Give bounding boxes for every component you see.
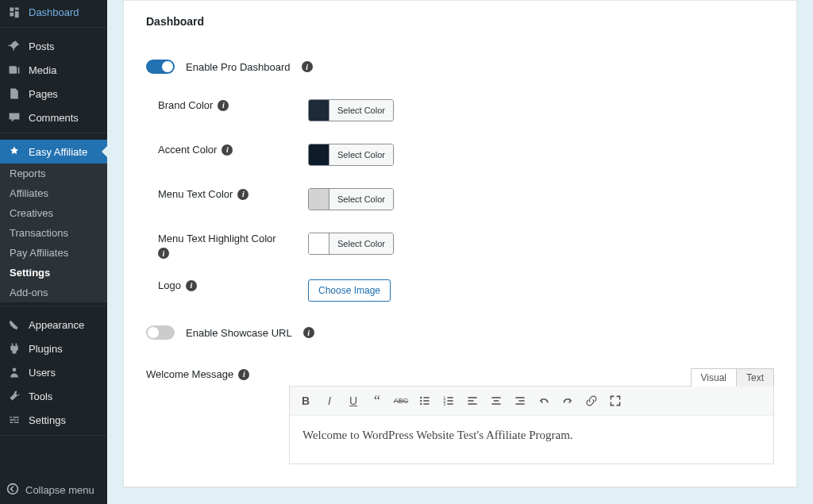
brand-color-label: Brand Color [158, 99, 213, 111]
page-heading: Dashboard [146, 1, 774, 37]
select-color-button[interactable]: Select Color [329, 144, 393, 165]
row-menu-highlight-color: Menu Text Highlight Color i Select Color [146, 212, 774, 259]
row-enable-pro: Enable Pro Dashboard i [146, 37, 774, 79]
submenu-affiliates[interactable]: Affiliates [0, 183, 107, 203]
menu-dashboard[interactable]: Dashboard [0, 0, 107, 24]
redo-button[interactable] [557, 390, 579, 412]
brand-color-swatch [309, 100, 329, 121]
underline-button[interactable]: U [342, 390, 364, 412]
accent-color-label: Accent Color [158, 144, 217, 156]
welcome-label: Welcome Message [146, 368, 233, 380]
info-icon[interactable]: i [303, 327, 314, 338]
svg-rect-7 [423, 403, 429, 405]
menu-plugins[interactable]: Plugins [0, 337, 107, 360]
olist-button[interactable]: 123 [437, 390, 460, 412]
submenu-transactions[interactable]: Transactions [0, 223, 107, 243]
link-button[interactable] [580, 390, 603, 412]
info-icon[interactable]: i [158, 248, 169, 259]
toggle-enable-pro[interactable] [146, 60, 175, 74]
enable-showcase-label: Enable Showcase URL [186, 327, 292, 339]
collapse-menu[interactable]: Collapse menu [0, 476, 107, 504]
svg-rect-11 [447, 400, 453, 402]
brand-color-picker[interactable]: Select Color [308, 99, 394, 121]
submenu-creatives[interactable]: Creatives [0, 203, 107, 223]
menu-text-color-label: Menu Text Color [158, 188, 233, 200]
svg-rect-17 [491, 397, 500, 398]
submenu-pay-affiliates[interactable]: Pay Affiliates [0, 243, 107, 263]
svg-point-0 [13, 367, 17, 371]
menu-label: Media [29, 64, 56, 76]
accent-color-picker[interactable]: Select Color [308, 144, 394, 166]
menu-highlight-swatch [309, 233, 329, 254]
svg-rect-18 [494, 400, 499, 402]
plugin-icon [6, 145, 22, 158]
align-center-button[interactable] [485, 390, 507, 412]
svg-rect-15 [468, 400, 473, 402]
menu-label: Pages [29, 88, 58, 100]
menu-posts[interactable]: Posts [0, 34, 107, 58]
menu-label: Settings [29, 414, 66, 426]
menu-settings[interactable]: Settings [0, 408, 107, 432]
toggle-enable-showcase[interactable] [146, 325, 175, 340]
dashboard-icon [6, 6, 22, 18]
submenu-settings[interactable]: Settings [0, 263, 107, 283]
settings-icon [6, 414, 22, 426]
pin-icon [6, 40, 22, 52]
menu-media[interactable]: Media [0, 58, 107, 82]
align-right-button[interactable] [509, 390, 531, 412]
editor-textarea[interactable]: Welcome to WordPress Website Test's Affi… [290, 416, 773, 464]
quote-button[interactable]: “ [366, 390, 388, 412]
row-logo: Logo i Choose Image [146, 259, 774, 302]
svg-rect-19 [491, 403, 500, 405]
row-accent-color: Accent Color i Select Color [146, 123, 774, 167]
info-icon[interactable]: i [218, 100, 229, 111]
info-icon[interactable]: i [238, 369, 249, 380]
italic-button[interactable]: I [318, 390, 341, 412]
plugins-icon [6, 342, 22, 355]
menu-highlight-label: Menu Text Highlight Color [158, 233, 276, 244]
fullscreen-button[interactable] [604, 390, 626, 412]
settings-panel: Dashboard Enable Pro Dashboard i Brand C… [123, 0, 797, 487]
select-color-button[interactable]: Select Color [329, 189, 393, 210]
menu-label: Appearance [29, 319, 84, 331]
info-icon[interactable]: i [237, 189, 249, 200]
menu-label: Posts [29, 40, 55, 52]
tab-visual[interactable]: Visual [691, 368, 737, 387]
submenu-addons[interactable]: Add-ons [0, 283, 107, 302]
menu-tools[interactable]: Tools [0, 384, 107, 408]
info-icon[interactable]: i [222, 144, 233, 156]
undo-button[interactable] [533, 390, 555, 412]
menu-users[interactable]: Users [0, 360, 107, 384]
menu-text-color-picker[interactable]: Select Color [308, 188, 394, 210]
menu-label: Easy Affiliate [29, 146, 87, 158]
info-icon[interactable]: i [186, 280, 197, 291]
media-icon [6, 63, 22, 76]
menu-label: Plugins [29, 343, 63, 355]
tools-icon [6, 390, 22, 402]
submenu-reports[interactable]: Reports [0, 164, 107, 183]
collapse-icon [6, 483, 19, 498]
svg-point-6 [420, 403, 422, 405]
users-icon [6, 366, 22, 379]
select-color-button[interactable]: Select Color [329, 100, 393, 121]
menu-appearance[interactable]: Appearance [0, 313, 107, 337]
info-icon[interactable]: i [302, 61, 313, 72]
row-brand-color: Brand Color i Select Color [146, 79, 774, 123]
choose-image-button[interactable]: Choose Image [308, 279, 391, 302]
select-color-button[interactable]: Select Color [329, 233, 393, 254]
appearance-icon [6, 318, 22, 331]
ulist-button[interactable] [414, 390, 436, 412]
menu-highlight-picker[interactable]: Select Color [308, 233, 394, 255]
menu-pages[interactable]: Pages [0, 82, 107, 106]
strike-button[interactable]: ABC [390, 390, 412, 412]
menu-easy-affiliate[interactable]: Easy Affiliate [0, 140, 107, 164]
welcome-editor: B I U “ ABC 123 [289, 386, 774, 464]
comments-icon [6, 111, 22, 124]
menu-label: Tools [29, 391, 52, 402]
menu-comments[interactable]: Comments [0, 106, 107, 129]
svg-point-4 [420, 400, 422, 402]
bold-button[interactable]: B [295, 390, 317, 412]
svg-point-2 [420, 397, 422, 398]
tab-text[interactable]: Text [737, 368, 774, 387]
align-left-button[interactable] [461, 390, 484, 412]
